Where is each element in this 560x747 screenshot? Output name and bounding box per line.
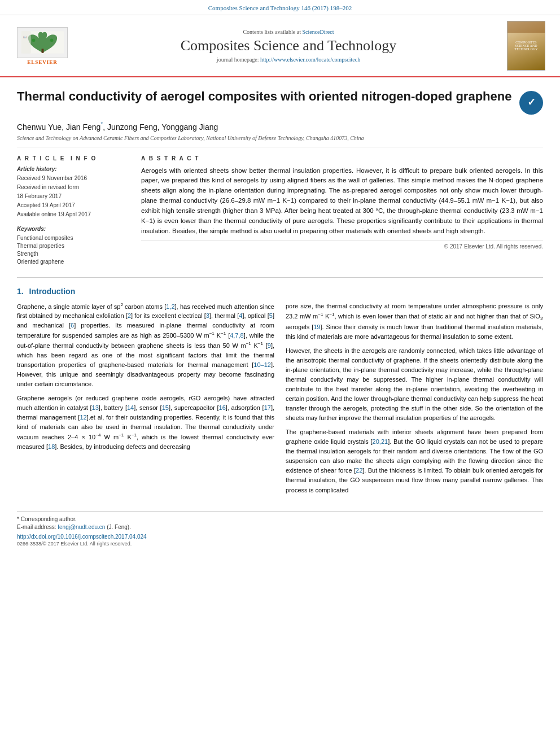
body-left-column: Graphene, a single atomic layer of sp2 c… <box>17 302 274 500</box>
journal-bar: Composites Science and Technology 146 (2… <box>0 0 560 15</box>
copyright-line: © 2017 Elsevier Ltd. All rights reserved… <box>141 241 543 250</box>
crossmark-icon: ✓ <box>519 91 543 115</box>
journal-title: Composites Science and Technology <box>73 37 504 54</box>
intro-para-5: The graphene-based materials with interi… <box>286 427 543 495</box>
journal-header-center: Contents lists available at ScienceDirec… <box>73 29 504 63</box>
corresponding-mark: * <box>100 121 103 128</box>
intro-number: 1. <box>17 287 24 296</box>
keyword-4: Oriented graphene <box>17 258 130 266</box>
article-title-text: Thermal conductivity of aerogel composit… <box>17 89 514 105</box>
intro-para-4: However, the sheets in the aerogels are … <box>286 346 543 423</box>
intro-para-3: pore size, the thermal conductivity at r… <box>286 302 543 342</box>
article-title-row: Thermal conductivity of aerogel composit… <box>17 89 543 115</box>
article-history-label: Article history: <box>17 166 130 172</box>
homepage-line: journal homepage: http://www.elsevier.co… <box>73 56 504 63</box>
homepage-link[interactable]: http://www.elsevier.com/locate/compscite… <box>260 56 360 63</box>
body-columns: Graphene, a single atomic layer of sp2 c… <box>17 302 543 500</box>
doi-line: http://dx.doi.org/10.1016/j.compscitech.… <box>17 534 543 540</box>
keyword-1: Functional composites <box>17 234 130 242</box>
authors-line: Chenwu Yue, Jian Feng*, Junzong Feng, Yo… <box>17 121 543 132</box>
intro-para-2: Graphene aerogels (or reduced graphene o… <box>17 394 274 452</box>
elsevier-text: ELSEVIER <box>27 59 58 65</box>
svg-rect-4 <box>21 31 30 54</box>
online-date: Available online 19 April 2017 <box>17 211 130 219</box>
intro-title: Introduction <box>29 287 76 296</box>
journal-cover: COMPOSITESSCIENCE ANDTECHNOLOGY <box>504 21 549 71</box>
sciencedirect-link[interactable]: ScienceDirect <box>302 29 334 35</box>
corresponding-note: * Corresponding author. <box>17 516 543 522</box>
article-content: Thermal conductivity of aerogel composit… <box>0 77 560 552</box>
body-right-column: pore size, the thermal conductivity at r… <box>286 302 543 500</box>
keyword-2: Thermal properties <box>17 242 130 250</box>
elsevier-logo: 📖 ELSEVIER <box>11 27 73 65</box>
revised-label: Received in revised form <box>17 184 130 191</box>
keywords-label: Keywords: <box>17 226 130 232</box>
email-note: E-mail address: fengj@nudt.edu.cn (J. Fe… <box>17 524 543 530</box>
svg-text:📖: 📖 <box>23 35 26 39</box>
elsevier-logo-image: 📖 <box>17 27 68 58</box>
email-label: E-mail address: <box>17 524 56 530</box>
introduction-heading: 1. Introduction <box>17 287 543 296</box>
abstract-text: Aerogels with oriented sheets show bette… <box>141 166 543 237</box>
abstract-column: A B S T R A C T Aerogels with oriented s… <box>141 155 543 266</box>
email-person: (J. Feng). <box>107 524 131 530</box>
doi-link[interactable]: http://dx.doi.org/10.1016/j.compscitech.… <box>17 534 147 540</box>
contents-available-line: Contents lists available at ScienceDirec… <box>73 29 504 35</box>
email-link[interactable]: fengj@nudt.edu.cn <box>58 524 105 530</box>
article-info-column: A R T I C L E I N F O Article history: R… <box>17 155 130 266</box>
accepted-date: Accepted 19 April 2017 <box>17 202 130 209</box>
crossmark-badge: ✓ <box>519 91 543 115</box>
footnotes: * Corresponding author. E-mail address: … <box>17 511 543 530</box>
svg-rect-1 <box>41 49 43 53</box>
journal-header: 📖 ELSEVIER Contents lists available at S… <box>0 15 560 77</box>
issn-line: 0266-3538/© 2017 Elsevier Ltd. All right… <box>17 541 543 547</box>
journal-citation-link[interactable]: Composites Science and Technology 146 (2… <box>208 5 352 11</box>
article-info-heading: A R T I C L E I N F O <box>17 155 130 161</box>
received-date: Received 9 November 2016 <box>17 174 130 182</box>
svg-point-2 <box>32 38 35 42</box>
info-abstract-columns: A R T I C L E I N F O Article history: R… <box>17 155 543 266</box>
svg-point-3 <box>50 38 53 42</box>
content-divider <box>17 277 543 278</box>
intro-para-1: Graphene, a single atomic layer of sp2 c… <box>17 302 274 389</box>
abstract-heading: A B S T R A C T <box>141 155 543 161</box>
revised-date: 18 February 2017 <box>17 193 130 200</box>
journal-cover-image: COMPOSITESSCIENCE ANDTECHNOLOGY <box>507 21 545 71</box>
keyword-3: Strength <box>17 250 130 258</box>
affiliation: Science and Technology on Advanced Ceram… <box>17 135 543 147</box>
